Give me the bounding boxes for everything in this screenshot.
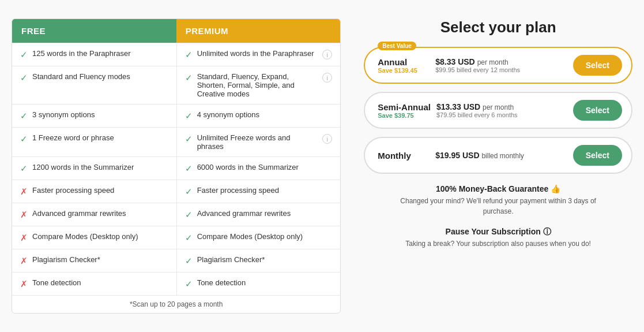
free-feature-text: 1 Freeze word or phrase [32, 133, 114, 142]
table-row: ✗ Tone detection ✓ Tone detection [12, 272, 340, 295]
cell-premium: ✓ Unlimited Freeze words and phrases i [176, 128, 341, 156]
info-icon: i [322, 73, 332, 83]
premium-feature-text: Unlimited Freeze words and phrases [197, 133, 318, 151]
cell-premium: ✓ 6000 words in the Summarizer [176, 157, 341, 180]
pause-section: Pause Your Subscription ⓘ Taking a break… [405, 227, 591, 248]
cross-icon: ✗ [20, 233, 28, 243]
header-premium: PREMIUM [176, 19, 341, 43]
cross-icon: ✗ [20, 256, 28, 266]
free-feature-text: 3 synonym options [32, 110, 95, 119]
comparison-table: FREE PREMIUM ✓ 125 words in the Paraphra… [12, 18, 341, 314]
monthly-select-button[interactable]: Select [573, 145, 622, 166]
footnote: *Scan up to 20 pages a month [12, 295, 340, 313]
premium-feature-text: Standard, Fluency, Expand, Shorten, Form… [197, 72, 318, 98]
plan-card-monthly: Monthly $19.95 USD billed monthly Select [364, 137, 632, 174]
free-feature-text: Plagiarism Checker* [32, 255, 100, 264]
guarantee-title: 100% Money-Back Guarantee 👍 [400, 184, 596, 193]
premium-feature-text: Unlimited words in the Paraphraser [197, 49, 314, 58]
cell-free: ✓ 1 Freeze word or phrase [12, 128, 176, 156]
plan-card-annual: Best Value Annual Save $139.45 $8.33 USD… [364, 47, 632, 84]
monthly-price-block: $19.95 USD billed monthly [435, 151, 567, 160]
free-feature-text: Faster processing speed [32, 186, 114, 195]
check-icon: ✓ [185, 210, 193, 220]
cross-icon: ✗ [20, 210, 28, 220]
cell-free: ✓ 3 synonym options [12, 105, 176, 127]
check-icon: ✓ [185, 279, 193, 289]
semi-annual-select-button[interactable]: Select [573, 100, 622, 121]
check-icon: ✓ [20, 134, 28, 144]
info-icon: i [322, 50, 332, 59]
semi-annual-name-block: Semi-Annual Save $39.75 [378, 102, 431, 119]
check-icon: ✓ [185, 163, 193, 174]
check-icon: ✓ [185, 134, 193, 144]
best-value-badge: Best Value [378, 42, 416, 50]
monthly-price-suffix: billed monthly [481, 152, 524, 160]
cell-free: ✗ Tone detection [12, 273, 176, 295]
check-icon: ✓ [185, 50, 193, 60]
check-icon: ✓ [185, 111, 193, 121]
check-icon: ✓ [20, 111, 28, 121]
free-feature-text: Compare Modes (Desktop only) [32, 232, 138, 241]
header-free: FREE [12, 19, 176, 43]
annual-save: Save $139.45 [378, 67, 430, 74]
premium-feature-text: Tone detection [197, 278, 246, 287]
table-row: ✗ Plagiarism Checker* ✓ Plagiarism Check… [12, 249, 340, 272]
pause-title: Pause Your Subscription ⓘ [405, 227, 591, 237]
cell-premium: ✓ Compare Modes (Desktop only) [176, 226, 341, 249]
cell-free: ✗ Compare Modes (Desktop only) [12, 226, 176, 249]
semi-annual-save: Save $39.75 [378, 112, 431, 119]
check-icon: ✓ [185, 186, 193, 197]
cell-premium: ✓ Advanced grammar rewrites [176, 203, 341, 226]
annual-price-suffix: per month [477, 58, 509, 66]
annual-name-block: Annual Save $139.45 [378, 57, 430, 74]
semi-annual-plan-name: Semi-Annual [378, 102, 431, 112]
premium-feature-text: Faster processing speed [197, 186, 279, 195]
cell-premium: ✓ Tone detection [176, 273, 341, 295]
premium-feature-text: 4 synonym options [197, 110, 259, 119]
main-container: FREE PREMIUM ✓ 125 words in the Paraphra… [12, 18, 632, 314]
free-feature-text: 1200 words in the Summarizer [32, 163, 134, 171]
cell-premium: ✓ Faster processing speed [176, 180, 341, 203]
cell-free: ✓ 1200 words in the Summarizer [12, 157, 176, 180]
check-icon: ✓ [20, 50, 28, 60]
cell-premium: ✓ Unlimited words in the Paraphraser i [176, 43, 341, 66]
check-icon: ✓ [185, 233, 193, 243]
check-icon: ✓ [20, 73, 28, 83]
free-feature-text: 125 words in the Paraphraser [32, 49, 131, 58]
table-body: ✓ 125 words in the Paraphraser ✓ Unlimit… [12, 43, 340, 295]
cell-free: ✗ Advanced grammar rewrites [12, 203, 176, 226]
cell-free: ✗ Plagiarism Checker* [12, 249, 176, 272]
annual-price-sub: $99.95 billed every 12 months [435, 66, 567, 73]
annual-price-block: $8.33 USD per month $99.95 billed every … [435, 57, 567, 73]
check-icon: ✓ [20, 163, 28, 174]
cross-icon: ✗ [20, 186, 28, 197]
table-row: ✗ Compare Modes (Desktop only) ✓ Compare… [12, 226, 340, 249]
annual-select-button[interactable]: Select [573, 55, 622, 76]
table-row: ✓ Standard and Fluency modes ✓ Standard,… [12, 66, 340, 104]
annual-price: $8.33 USD [435, 57, 474, 66]
annual-price-main: $8.33 USD per month [435, 57, 567, 66]
free-feature-text: Tone detection [32, 278, 81, 287]
premium-feature-text: Plagiarism Checker* [197, 255, 265, 264]
table-row: ✓ 1200 words in the Summarizer ✓ 6000 wo… [12, 156, 340, 180]
cell-free: ✗ Faster processing speed [12, 180, 176, 203]
monthly-price-main: $19.95 USD billed monthly [435, 151, 567, 160]
table-row: ✓ 1 Freeze word or phrase ✓ Unlimited Fr… [12, 127, 340, 156]
table-header: FREE PREMIUM [12, 19, 340, 43]
table-row: ✗ Advanced grammar rewrites ✓ Advanced g… [12, 203, 340, 226]
monthly-plan-name: Monthly [378, 151, 430, 161]
semi-annual-price-block: $13.33 USD per month $79.95 billed every… [436, 102, 567, 118]
guarantee-section: 100% Money-Back Guarantee 👍 Changed your… [400, 184, 596, 217]
pause-text: Taking a break? Your subscription also p… [405, 240, 591, 248]
check-icon: ✓ [185, 256, 193, 266]
plan-card-semi-annual: Semi-Annual Save $39.75 $13.33 USD per m… [364, 92, 632, 129]
semi-annual-price-main: $13.33 USD per month [436, 102, 567, 111]
annual-plan-name: Annual [378, 57, 430, 67]
premium-feature-text: 6000 words in the Summarizer [197, 163, 299, 171]
semi-annual-price: $13.33 USD [436, 102, 480, 111]
table-row: ✗ Faster processing speed ✓ Faster proce… [12, 180, 340, 203]
table-row: ✓ 3 synonym options ✓ 4 synonym options [12, 104, 340, 127]
monthly-name-block: Monthly [378, 151, 430, 161]
table-row: ✓ 125 words in the Paraphraser ✓ Unlimit… [12, 43, 340, 66]
cell-premium: ✓ 4 synonym options [176, 105, 341, 127]
